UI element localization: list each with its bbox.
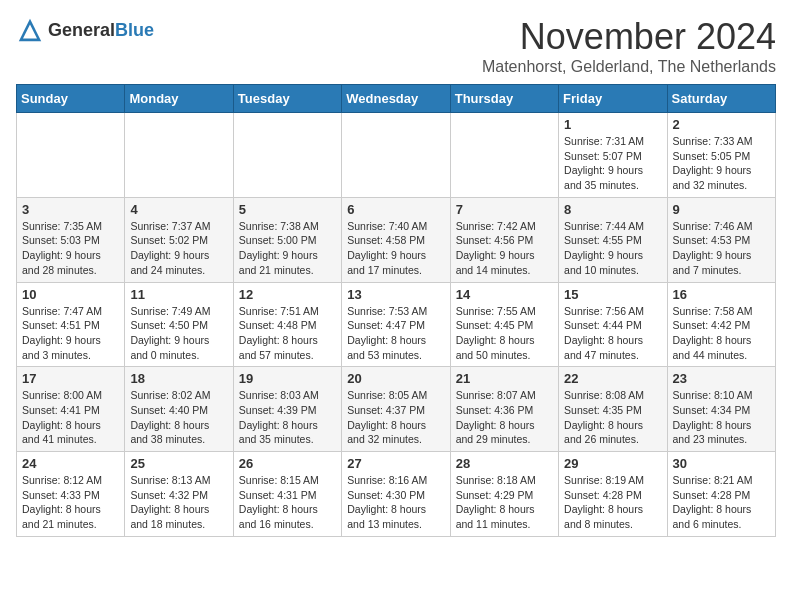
- day-header-monday: Monday: [125, 85, 233, 113]
- day-number: 13: [347, 287, 444, 302]
- day-info: Sunrise: 8:05 AM Sunset: 4:37 PM Dayligh…: [347, 388, 444, 447]
- day-info: Sunrise: 8:10 AM Sunset: 4:34 PM Dayligh…: [673, 388, 770, 447]
- day-number: 21: [456, 371, 553, 386]
- day-number: 28: [456, 456, 553, 471]
- calendar-cell: 30Sunrise: 8:21 AM Sunset: 4:28 PM Dayli…: [667, 452, 775, 537]
- calendar-cell: 11Sunrise: 7:49 AM Sunset: 4:50 PM Dayli…: [125, 282, 233, 367]
- day-info: Sunrise: 7:55 AM Sunset: 4:45 PM Dayligh…: [456, 304, 553, 363]
- logo: GeneralBlue: [16, 16, 154, 44]
- day-info: Sunrise: 8:03 AM Sunset: 4:39 PM Dayligh…: [239, 388, 336, 447]
- day-info: Sunrise: 7:47 AM Sunset: 4:51 PM Dayligh…: [22, 304, 119, 363]
- day-number: 6: [347, 202, 444, 217]
- day-info: Sunrise: 7:38 AM Sunset: 5:00 PM Dayligh…: [239, 219, 336, 278]
- calendar-cell: 6Sunrise: 7:40 AM Sunset: 4:58 PM Daylig…: [342, 197, 450, 282]
- day-info: Sunrise: 7:49 AM Sunset: 4:50 PM Dayligh…: [130, 304, 227, 363]
- day-info: Sunrise: 7:33 AM Sunset: 5:05 PM Dayligh…: [673, 134, 770, 193]
- day-number: 27: [347, 456, 444, 471]
- day-number: 25: [130, 456, 227, 471]
- day-number: 15: [564, 287, 661, 302]
- calendar-cell: 24Sunrise: 8:12 AM Sunset: 4:33 PM Dayli…: [17, 452, 125, 537]
- calendar-cell: 1Sunrise: 7:31 AM Sunset: 5:07 PM Daylig…: [559, 113, 667, 198]
- day-number: 14: [456, 287, 553, 302]
- day-number: 23: [673, 371, 770, 386]
- day-number: 22: [564, 371, 661, 386]
- calendar-cell: [17, 113, 125, 198]
- day-number: 26: [239, 456, 336, 471]
- day-number: 16: [673, 287, 770, 302]
- calendar-cell: 17Sunrise: 8:00 AM Sunset: 4:41 PM Dayli…: [17, 367, 125, 452]
- day-number: 3: [22, 202, 119, 217]
- calendar-cell: [233, 113, 341, 198]
- calendar-cell: 20Sunrise: 8:05 AM Sunset: 4:37 PM Dayli…: [342, 367, 450, 452]
- calendar-cell: [342, 113, 450, 198]
- day-info: Sunrise: 8:16 AM Sunset: 4:30 PM Dayligh…: [347, 473, 444, 532]
- calendar-cell: 5Sunrise: 7:38 AM Sunset: 5:00 PM Daylig…: [233, 197, 341, 282]
- day-number: 20: [347, 371, 444, 386]
- day-number: 17: [22, 371, 119, 386]
- calendar-cell: 4Sunrise: 7:37 AM Sunset: 5:02 PM Daylig…: [125, 197, 233, 282]
- day-number: 11: [130, 287, 227, 302]
- calendar-cell: 2Sunrise: 7:33 AM Sunset: 5:05 PM Daylig…: [667, 113, 775, 198]
- day-info: Sunrise: 7:46 AM Sunset: 4:53 PM Dayligh…: [673, 219, 770, 278]
- day-info: Sunrise: 8:13 AM Sunset: 4:32 PM Dayligh…: [130, 473, 227, 532]
- day-info: Sunrise: 8:02 AM Sunset: 4:40 PM Dayligh…: [130, 388, 227, 447]
- day-info: Sunrise: 7:31 AM Sunset: 5:07 PM Dayligh…: [564, 134, 661, 193]
- calendar-cell: 3Sunrise: 7:35 AM Sunset: 5:03 PM Daylig…: [17, 197, 125, 282]
- calendar-cell: 9Sunrise: 7:46 AM Sunset: 4:53 PM Daylig…: [667, 197, 775, 282]
- calendar-cell: 22Sunrise: 8:08 AM Sunset: 4:35 PM Dayli…: [559, 367, 667, 452]
- day-header-friday: Friday: [559, 85, 667, 113]
- calendar-cell: 23Sunrise: 8:10 AM Sunset: 4:34 PM Dayli…: [667, 367, 775, 452]
- calendar-cell: [125, 113, 233, 198]
- day-number: 24: [22, 456, 119, 471]
- calendar-cell: 14Sunrise: 7:55 AM Sunset: 4:45 PM Dayli…: [450, 282, 558, 367]
- day-header-thursday: Thursday: [450, 85, 558, 113]
- calendar-cell: 15Sunrise: 7:56 AM Sunset: 4:44 PM Dayli…: [559, 282, 667, 367]
- calendar-cell: [450, 113, 558, 198]
- day-number: 7: [456, 202, 553, 217]
- logo-text-general: General: [48, 20, 115, 40]
- day-info: Sunrise: 8:07 AM Sunset: 4:36 PM Dayligh…: [456, 388, 553, 447]
- day-info: Sunrise: 8:19 AM Sunset: 4:28 PM Dayligh…: [564, 473, 661, 532]
- day-number: 29: [564, 456, 661, 471]
- day-info: Sunrise: 8:15 AM Sunset: 4:31 PM Dayligh…: [239, 473, 336, 532]
- day-number: 8: [564, 202, 661, 217]
- day-number: 4: [130, 202, 227, 217]
- day-info: Sunrise: 7:53 AM Sunset: 4:47 PM Dayligh…: [347, 304, 444, 363]
- calendar-cell: 12Sunrise: 7:51 AM Sunset: 4:48 PM Dayli…: [233, 282, 341, 367]
- day-info: Sunrise: 8:21 AM Sunset: 4:28 PM Dayligh…: [673, 473, 770, 532]
- calendar-cell: 26Sunrise: 8:15 AM Sunset: 4:31 PM Dayli…: [233, 452, 341, 537]
- day-header-saturday: Saturday: [667, 85, 775, 113]
- day-header-tuesday: Tuesday: [233, 85, 341, 113]
- day-info: Sunrise: 7:51 AM Sunset: 4:48 PM Dayligh…: [239, 304, 336, 363]
- day-number: 2: [673, 117, 770, 132]
- page-header: GeneralBlue November 2024 Matenhorst, Ge…: [16, 16, 776, 76]
- day-info: Sunrise: 7:35 AM Sunset: 5:03 PM Dayligh…: [22, 219, 119, 278]
- day-info: Sunrise: 7:56 AM Sunset: 4:44 PM Dayligh…: [564, 304, 661, 363]
- calendar-cell: 16Sunrise: 7:58 AM Sunset: 4:42 PM Dayli…: [667, 282, 775, 367]
- day-number: 10: [22, 287, 119, 302]
- calendar-cell: 8Sunrise: 7:44 AM Sunset: 4:55 PM Daylig…: [559, 197, 667, 282]
- day-header-sunday: Sunday: [17, 85, 125, 113]
- day-info: Sunrise: 8:00 AM Sunset: 4:41 PM Dayligh…: [22, 388, 119, 447]
- calendar-cell: 13Sunrise: 7:53 AM Sunset: 4:47 PM Dayli…: [342, 282, 450, 367]
- day-info: Sunrise: 7:42 AM Sunset: 4:56 PM Dayligh…: [456, 219, 553, 278]
- day-info: Sunrise: 8:18 AM Sunset: 4:29 PM Dayligh…: [456, 473, 553, 532]
- calendar-cell: 28Sunrise: 8:18 AM Sunset: 4:29 PM Dayli…: [450, 452, 558, 537]
- day-info: Sunrise: 8:12 AM Sunset: 4:33 PM Dayligh…: [22, 473, 119, 532]
- calendar-cell: 29Sunrise: 8:19 AM Sunset: 4:28 PM Dayli…: [559, 452, 667, 537]
- calendar-table: SundayMondayTuesdayWednesdayThursdayFrid…: [16, 84, 776, 537]
- day-number: 9: [673, 202, 770, 217]
- calendar-cell: 27Sunrise: 8:16 AM Sunset: 4:30 PM Dayli…: [342, 452, 450, 537]
- calendar-cell: 7Sunrise: 7:42 AM Sunset: 4:56 PM Daylig…: [450, 197, 558, 282]
- day-info: Sunrise: 7:44 AM Sunset: 4:55 PM Dayligh…: [564, 219, 661, 278]
- calendar-cell: 21Sunrise: 8:07 AM Sunset: 4:36 PM Dayli…: [450, 367, 558, 452]
- calendar-cell: 18Sunrise: 8:02 AM Sunset: 4:40 PM Dayli…: [125, 367, 233, 452]
- day-number: 18: [130, 371, 227, 386]
- day-info: Sunrise: 8:08 AM Sunset: 4:35 PM Dayligh…: [564, 388, 661, 447]
- calendar-cell: 19Sunrise: 8:03 AM Sunset: 4:39 PM Dayli…: [233, 367, 341, 452]
- day-number: 30: [673, 456, 770, 471]
- month-title: November 2024: [482, 16, 776, 58]
- day-number: 5: [239, 202, 336, 217]
- location-title: Matenhorst, Gelderland, The Netherlands: [482, 58, 776, 76]
- day-number: 1: [564, 117, 661, 132]
